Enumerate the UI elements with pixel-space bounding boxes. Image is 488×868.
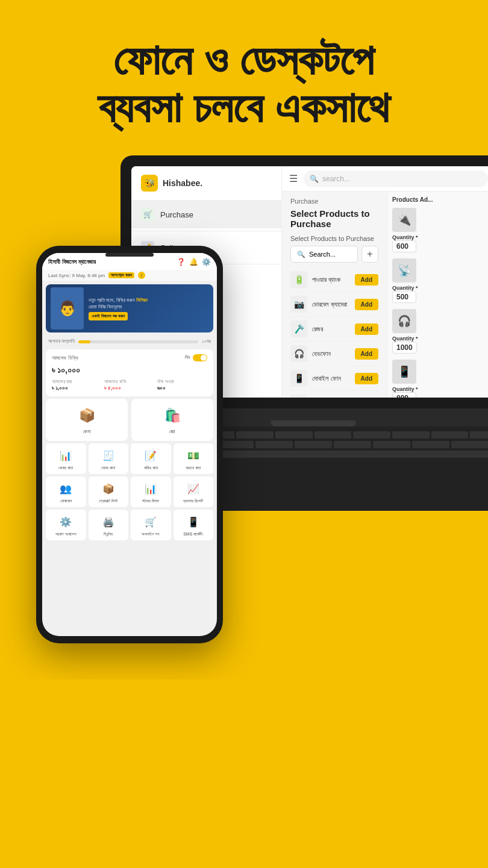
qty-value-3[interactable]: 1000 [392,342,417,354]
product-search-input[interactable]: 🔍 Search... [290,246,358,263]
product-search: 🔍 Search... + [290,246,378,263]
buy-action[interactable]: 📦 কেনা [46,399,128,441]
day-toggle[interactable]: দিন [185,354,207,361]
menu-item-sell-ledger[interactable]: 🧾 বেচার খাতা [89,443,129,474]
menu-item-app-access[interactable]: ⚙️ আ্যাপ অ্যাসেস [46,510,86,540]
upgrade-button[interactable]: আপগ্রেড করুন [108,272,134,278]
menu-item-product-list[interactable]: 📦 প্রোডাক্ট লিস্ট [89,476,129,507]
online-shop-icon: 🛒 [142,513,159,530]
product-icon-charger: 🔌 [290,395,307,398]
key [470,431,488,439]
key [373,441,410,448]
stock-icon: 📊 [142,480,159,497]
product-name-razor: রেজর [312,325,350,333]
key [451,441,488,448]
product-icon-mobile: 📱 [290,370,307,387]
menu-item-contacts[interactable]: 👥 যোগাযোগ [46,476,86,507]
key [255,441,293,448]
added-product-2: 📡 Quantity * 500 [392,258,488,303]
menu-item-wrapper-9: ⚙️ আ্যাপ অ্যাসেস [46,510,86,540]
list-item: 🔌 চার্জার Add [290,391,378,398]
add-mobile-button[interactable]: Add [355,373,378,384]
phone-notch [105,253,154,257]
menu-item-stock[interactable]: 📊 স্টকের হিসাব [131,476,171,507]
bell-icon[interactable]: 🔔 [189,258,198,266]
qty-value-1[interactable]: 600 [392,240,416,252]
banner-main-text: নতুন প্রতি মাসে, বিক্রি করুন মিলিয়ন [89,297,208,304]
add-product-button[interactable]: + [361,246,378,263]
today-sales-row: আজকের বিক্রি দিন [52,354,207,361]
qty-value-2[interactable]: 500 [392,291,416,303]
sell-icon: 🛍️ [161,405,183,426]
product-icon-powerbank: 🔋 [290,271,307,288]
qty-label-1: Quantity * [392,234,488,240]
add-charger-button[interactable]: Add [355,398,378,398]
stat-expense-value: ৳ ১,০০০ [52,385,102,392]
app-topbar: ☰ 🔍 search... [282,166,488,192]
menu-item-business-report[interactable]: 📈 ব্যবসার রিপোর্ট [174,476,214,507]
banner-sub-text: ডেমো দিচ্ছি বিনামূল্যে [89,304,208,310]
toggle-knob [201,355,207,361]
menu-item-printer[interactable]: 🖨️ প্রিন্টার [89,510,129,540]
free-trial-button[interactable]: এখনই বিজনেস শুরু করুন [89,312,128,320]
added-product-img-4: 📱 [392,360,416,384]
menu-item-due-ledger[interactable]: 📝 বাকির খাতা [131,443,171,474]
key [392,431,430,439]
added-product-1: 🔌 Quantity * 600 [392,208,488,252]
devices-section: 🐝 Hishabee. 🛒 Purchase 💰 Sell 📋 [0,155,488,679]
hero-title-line2: ব্যবসা চলবে একসাথে [98,83,389,131]
sidebar-item-purchase[interactable]: 🛒 Purchase [131,201,281,228]
menu-item-online-shop[interactable]: 🛒 অনলাইন শপ [131,510,171,540]
stat-stock-value: ৬০০ [157,385,207,392]
sell-ledger-label: বেচার খাতা [101,466,115,470]
progress-percentage: ১০% [202,339,211,345]
stats-row: আজকের ব্যয় ৳ ১,০০০ আজকের বাকি ৳ ৫,০০০ স… [52,379,207,392]
business-report-icon: 📈 [185,480,202,497]
menu-item-wrapper-10: 🖨️ প্রিন্টার [89,510,129,540]
due-ledger-label: বাকির খাতা [144,466,158,470]
list-item: 🪒 রেজর Add [290,317,378,342]
add-headphone-button[interactable]: Add [355,348,378,360]
search-placeholder-text: search... [322,175,350,183]
sell-ledger-icon: 🧾 [100,447,117,464]
toggle-switch[interactable] [193,354,207,361]
phone-banner: 👨 নতুন প্রতি মাসে, বিক্রি করুন মিলিয়ন ড… [46,284,213,333]
key [314,431,352,439]
added-product-img-3: 🎧 [392,309,416,333]
due-ledger-icon: 📝 [142,447,159,464]
sales-amount: ৳ ১০,০০০ [52,365,207,375]
stock-label: স্টকের হিসাব [142,499,159,504]
progress-section: আপনার অগ্রগতি ১০% [42,336,217,347]
contacts-label: যোগাযোগ [60,499,72,504]
stat-expense-label: আজকের ব্যয় [52,379,102,385]
question-icon[interactable]: ❓ [177,258,186,266]
qty-value-4[interactable]: 899 [392,392,416,398]
hero-section: ফোনে ও ডেস্কটপে ব্যবসা চলবে একসাথে [0,0,488,155]
menu-item-expense-ledger[interactable]: 💵 খরচের খাতা [174,443,214,474]
hamburger-icon[interactable]: ☰ [289,173,298,184]
settings-icon[interactable]: ⚙️ [202,258,211,266]
search-icon: 🔍 [310,175,319,183]
added-product-img-2: 📡 [392,258,416,283]
menu-item-sms[interactable]: 📱 SMS মার্কেটিং [174,510,214,540]
progress-bar [78,340,198,343]
top-search-bar[interactable]: 🔍 search... [304,170,488,187]
purchase-section: Purchase Select Products to Purchase Sel… [282,192,387,398]
qty-label-4: Quantity * [392,386,488,392]
sell-action[interactable]: 🛍️ বেচা [131,399,213,441]
add-razor-button[interactable]: Add [355,323,378,335]
phone-screen: হিসাবী বিজনেস ম্যানেজার ❓ 🔔 ⚙️ Last Sync… [42,253,217,636]
expense-ledger-icon: 💵 [185,447,202,464]
sms-label: SMS মার্কেটিং [183,532,203,537]
sms-icon: 📱 [185,513,202,530]
menu-item-buy-ledger[interactable]: 📊 কেনার খাতা [46,443,86,474]
product-list-icon: 📦 [100,480,117,497]
buy-ledger-icon: 📊 [57,447,74,464]
phone-app-title: হিসাবী বিজনেস ম্যানেজার [48,258,96,266]
key [353,431,390,439]
add-powerbank-button[interactable]: Add [355,274,378,286]
product-icon-doorbell: 📷 [290,296,307,313]
menu-item-wrapper-11: 🛒 অনলাইন শপ [131,510,171,540]
add-doorbell-button[interactable]: Add [355,299,378,310]
phone-frame: হিসাবী বিজনেস ম্যানেজার ❓ 🔔 ⚙️ Last Sync… [36,246,223,643]
